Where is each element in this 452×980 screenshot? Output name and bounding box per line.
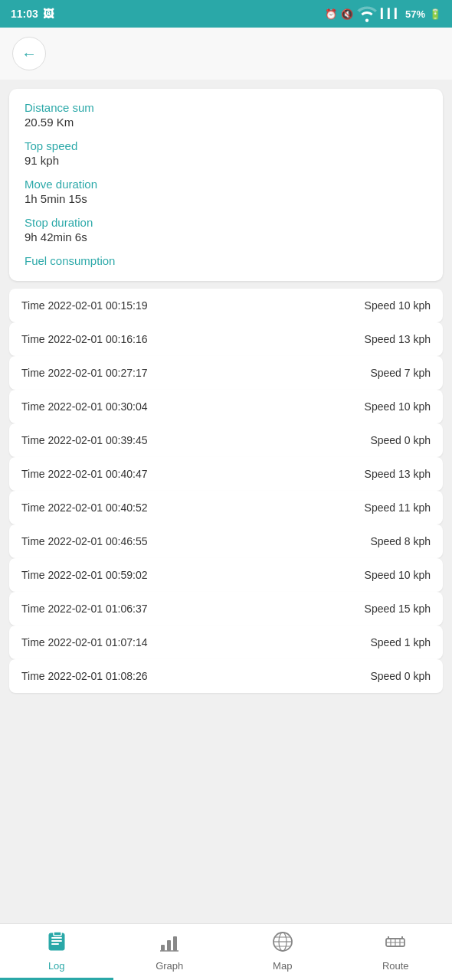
battery-icon: 🔋	[429, 8, 441, 20]
row-time: Time 2022-02-01 00:59:02	[21, 569, 147, 581]
nav-log-label: Log	[48, 960, 65, 972]
row-speed: Speed 0 kph	[370, 670, 431, 682]
row-time: Time 2022-02-01 00:16:16	[21, 333, 147, 345]
row-speed: Speed 0 kph	[370, 434, 431, 446]
row-speed: Speed 11 kph	[365, 501, 431, 514]
map-icon	[272, 931, 293, 957]
row-speed: Speed 13 kph	[365, 333, 431, 345]
stop-duration-item: Stop duration 9h 42min 6s	[25, 216, 427, 243]
signal-icon: ▎▎▎	[381, 8, 401, 19]
row-time: Time 2022-02-01 00:40:52	[21, 501, 147, 514]
battery-text: 57%	[405, 8, 425, 20]
table-row[interactable]: Time 2022-02-01 00:40:47 Speed 13 kph	[9, 457, 443, 491]
bottom-nav: Log Graph Map	[0, 923, 452, 980]
log-icon	[46, 931, 67, 957]
row-time: Time 2022-02-01 00:46:55	[21, 535, 147, 547]
stop-duration-value: 9h 42min 6s	[25, 230, 427, 243]
table-row[interactable]: Time 2022-02-01 00:39:45 Speed 0 kph	[9, 423, 443, 457]
move-duration-item: Move duration 1h 5min 15s	[25, 178, 427, 205]
row-time: Time 2022-02-01 01:08:26	[21, 670, 147, 682]
status-bar-left: 11:03 🖼	[11, 8, 54, 20]
table-row[interactable]: Time 2022-02-01 01:08:26 Speed 0 kph	[9, 659, 443, 693]
nav-graph[interactable]: Graph	[113, 924, 227, 980]
distance-label: Distance sum	[25, 101, 427, 114]
move-duration-value: 1h 5min 15s	[25, 192, 427, 205]
table-row[interactable]: Time 2022-02-01 01:06:37 Speed 15 kph	[9, 592, 443, 626]
row-speed: Speed 7 kph	[370, 367, 431, 379]
nav-map[interactable]: Map	[226, 924, 339, 980]
nav-map-label: Map	[273, 960, 292, 972]
table-row[interactable]: Time 2022-02-01 00:27:17 Speed 7 kph	[9, 356, 443, 390]
distance-item: Distance sum 20.59 Km	[25, 101, 427, 129]
distance-value: 20.59 Km	[25, 116, 427, 129]
alarm-icon: ⏰	[325, 8, 337, 20]
svg-rect-5	[54, 932, 61, 936]
nav-graph-label: Graph	[156, 960, 183, 972]
graph-icon	[159, 931, 180, 957]
row-speed: Speed 15 kph	[365, 603, 431, 615]
row-time: Time 2022-02-01 00:30:04	[21, 400, 147, 413]
row-time: Time 2022-02-01 00:40:47	[21, 468, 147, 480]
top-speed-label: Top speed	[25, 139, 427, 152]
svg-rect-3	[51, 940, 62, 942]
mute-icon: 🔇	[341, 8, 353, 20]
back-button[interactable]: ←	[12, 37, 46, 70]
table-row[interactable]: Time 2022-02-01 00:15:19 Speed 10 kph	[9, 289, 443, 322]
svg-point-0	[365, 18, 368, 21]
top-speed-value: 91 kph	[25, 154, 427, 167]
data-rows-container: Time 2022-02-01 00:15:19 Speed 10 kph Ti…	[9, 289, 443, 693]
stop-duration-label: Stop duration	[25, 216, 427, 229]
row-speed: Speed 10 kph	[365, 299, 431, 312]
row-time: Time 2022-02-01 01:06:37	[21, 603, 147, 615]
svg-rect-8	[173, 936, 177, 951]
table-row[interactable]: Time 2022-02-01 00:59:02 Speed 10 kph	[9, 558, 443, 592]
fuel-consumption-item: Fuel consumption	[25, 254, 427, 267]
row-time: Time 2022-02-01 00:39:45	[21, 434, 147, 446]
svg-rect-4	[51, 943, 59, 945]
nav-route[interactable]: Route	[339, 924, 453, 980]
top-speed-item: Top speed 91 kph	[25, 139, 427, 167]
row-time: Time 2022-02-01 00:15:19	[21, 299, 147, 312]
status-time: 11:03	[11, 8, 38, 20]
row-speed: Speed 10 kph	[365, 400, 431, 413]
content: Distance sum 20.59 Km Top speed 91 kph M…	[0, 80, 452, 923]
table-row[interactable]: Time 2022-02-01 00:46:55 Speed 8 kph	[9, 524, 443, 558]
table-row[interactable]: Time 2022-02-01 00:30:04 Speed 10 kph	[9, 390, 443, 423]
row-time: Time 2022-02-01 01:07:14	[21, 636, 147, 648]
svg-rect-2	[51, 937, 62, 939]
row-speed: Speed 8 kph	[370, 535, 431, 547]
svg-rect-6	[161, 945, 165, 951]
row-speed: Speed 13 kph	[365, 468, 431, 480]
row-speed: Speed 1 kph	[370, 636, 431, 648]
nav-route-label: Route	[382, 960, 409, 972]
row-speed: Speed 10 kph	[365, 569, 431, 581]
gallery-icon: 🖼	[43, 8, 54, 20]
status-bar-right: ⏰ 🔇 ▎▎▎ 57% 🔋	[325, 3, 441, 25]
table-row[interactable]: Time 2022-02-01 00:40:52 Speed 11 kph	[9, 491, 443, 524]
summary-card: Distance sum 20.59 Km Top speed 91 kph M…	[9, 89, 443, 281]
status-bar: 11:03 🖼 ⏰ 🔇 ▎▎▎ 57% 🔋	[0, 0, 452, 28]
table-row[interactable]: Time 2022-02-01 00:16:16 Speed 13 kph	[9, 322, 443, 356]
nav-log[interactable]: Log	[0, 924, 113, 980]
svg-rect-7	[167, 940, 171, 951]
row-time: Time 2022-02-01 00:27:17	[21, 367, 147, 379]
fuel-consumption-label: Fuel consumption	[25, 254, 427, 267]
route-icon	[385, 931, 406, 957]
move-duration-label: Move duration	[25, 178, 427, 191]
table-row[interactable]: Time 2022-02-01 01:07:14 Speed 1 kph	[9, 626, 443, 659]
top-nav: ←	[0, 28, 452, 80]
wifi-icon	[357, 3, 377, 25]
